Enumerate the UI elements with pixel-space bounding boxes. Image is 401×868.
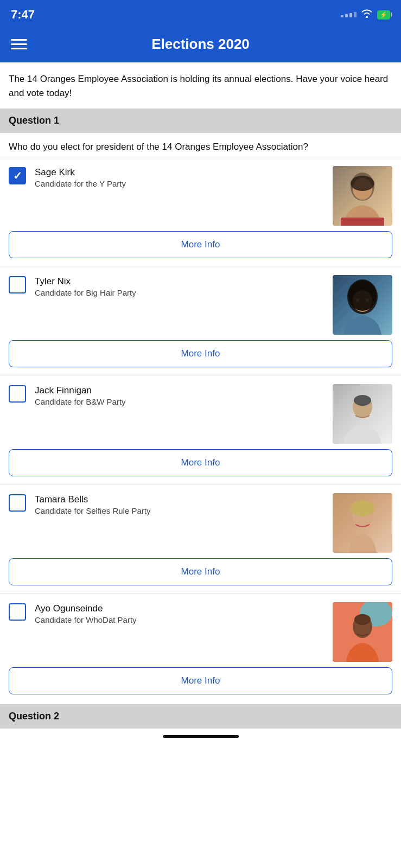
- candidate-item-ayo: Ayo Ogunseinde Candidate for WhoDat Part…: [0, 593, 401, 702]
- checkbox-jack-wrapper: [9, 385, 28, 405]
- question1-body: Who do you elect for president of the 14…: [0, 133, 401, 157]
- candidate-name-tyler: Tyler Nix: [35, 276, 136, 287]
- svg-point-2: [351, 176, 374, 191]
- candidate-item-sage: Sage Kirk Candidate for the Y Party More…: [0, 157, 401, 266]
- candidate-photo-tamara: [333, 493, 392, 553]
- checkbox-tamara[interactable]: [9, 494, 26, 512]
- more-info-button-jack[interactable]: More Info: [9, 449, 392, 476]
- intro-section: The 14 Oranges Employee Association is h…: [0, 62, 401, 108]
- question1-label: Question 1: [9, 115, 59, 126]
- candidate-name-jack: Jack Finnigan: [35, 385, 126, 396]
- candidate-photo-tyler: [333, 275, 392, 335]
- candidate-item-tamara: Tamara Bells Candidate for Selfies Rule …: [0, 484, 401, 593]
- candidate-left-sage: Sage Kirk Candidate for the Y Party: [9, 166, 333, 188]
- svg-rect-3: [341, 218, 384, 226]
- checkbox-tamara-wrapper: [9, 494, 28, 514]
- sage-photo-silhouette: [333, 166, 392, 226]
- checkbox-ayo-wrapper: [9, 603, 28, 623]
- battery-icon: ⚡: [377, 10, 390, 20]
- candidates-list: Sage Kirk Candidate for the Y Party More…: [0, 157, 401, 702]
- candidate-party-sage: Candidate for the Y Party: [35, 179, 126, 188]
- bottom-bar: [0, 729, 401, 744]
- candidate-info-ayo: Ayo Ogunseinde Candidate for WhoDat Part…: [35, 602, 137, 624]
- svg-point-12: [351, 500, 374, 516]
- svg-point-6: [348, 280, 377, 311]
- wifi-icon: [361, 9, 373, 21]
- more-info-button-sage[interactable]: More Info: [9, 231, 392, 258]
- candidate-name-sage: Sage Kirk: [35, 167, 126, 178]
- candidate-info-jack: Jack Finnigan Candidate for B&W Party: [35, 384, 126, 406]
- candidate-row-ayo: Ayo Ogunseinde Candidate for WhoDat Part…: [9, 602, 392, 662]
- status-bar: 7:47 ⚡: [0, 0, 401, 28]
- candidate-party-tamara: Candidate for Selfies Rule Party: [35, 506, 150, 515]
- question1-header: Question 1: [0, 108, 401, 133]
- svg-point-10: [354, 395, 371, 406]
- question2-header: Question 2: [0, 704, 401, 729]
- candidate-photo-ayo: [333, 602, 392, 662]
- candidate-row-sage: Sage Kirk Candidate for the Y Party: [9, 166, 392, 226]
- candidate-name-tamara: Tamara Bells: [35, 494, 150, 505]
- candidate-left-tamara: Tamara Bells Candidate for Selfies Rule …: [9, 493, 333, 515]
- signal-icon: [341, 12, 357, 17]
- question2-label: Question 2: [9, 711, 59, 722]
- candidate-item-jack: Jack Finnigan Candidate for B&W Party Mo…: [0, 375, 401, 484]
- candidate-row-jack: Jack Finnigan Candidate for B&W Party: [9, 384, 392, 444]
- intro-text: The 14 Oranges Employee Association is h…: [9, 72, 392, 100]
- svg-point-16: [354, 614, 371, 625]
- checkbox-sage[interactable]: [9, 167, 26, 184]
- candidate-row-tyler: Tyler Nix Candidate for Big Hair Party: [9, 275, 392, 335]
- candidate-photo-jack: [333, 384, 392, 444]
- candidate-party-tyler: Candidate for Big Hair Party: [35, 288, 136, 297]
- more-info-button-tamara[interactable]: More Info: [9, 558, 392, 585]
- svg-point-8: [366, 298, 369, 302]
- status-time: 7:47: [11, 8, 35, 22]
- more-info-button-ayo[interactable]: More Info: [9, 667, 392, 694]
- status-icons: ⚡: [341, 9, 390, 21]
- candidate-info-tamara: Tamara Bells Candidate for Selfies Rule …: [35, 493, 150, 515]
- candidate-name-ayo: Ayo Ogunseinde: [35, 603, 137, 614]
- question1-text: Who do you elect for president of the 14…: [9, 141, 392, 154]
- candidate-left-jack: Jack Finnigan Candidate for B&W Party: [9, 384, 333, 406]
- candidate-party-ayo: Candidate for WhoDat Party: [35, 615, 137, 624]
- candidate-row-tamara: Tamara Bells Candidate for Selfies Rule …: [9, 493, 392, 553]
- candidate-party-jack: Candidate for B&W Party: [35, 397, 126, 406]
- candidate-info-sage: Sage Kirk Candidate for the Y Party: [35, 166, 126, 188]
- checkbox-jack[interactable]: [9, 385, 26, 403]
- ayo-photo-silhouette: [333, 602, 392, 662]
- candidate-photo-sage: [333, 166, 392, 226]
- checkbox-tyler[interactable]: [9, 276, 26, 293]
- candidate-left-ayo: Ayo Ogunseinde Candidate for WhoDat Part…: [9, 602, 333, 624]
- app-header: Elections 2020: [0, 28, 401, 62]
- candidate-left-tyler: Tyler Nix Candidate for Big Hair Party: [9, 275, 333, 297]
- checkbox-sage-wrapper: [9, 167, 28, 187]
- svg-point-7: [356, 298, 359, 302]
- checkbox-ayo[interactable]: [9, 603, 26, 621]
- tamara-photo-silhouette: [333, 493, 392, 553]
- home-indicator: [163, 735, 239, 738]
- menu-button[interactable]: [11, 39, 27, 49]
- checkbox-tyler-wrapper: [9, 276, 28, 296]
- tyler-photo-silhouette: [333, 275, 392, 335]
- candidate-info-tyler: Tyler Nix Candidate for Big Hair Party: [35, 275, 136, 297]
- jack-photo-silhouette: [333, 384, 392, 444]
- header-title: Elections 2020: [38, 36, 363, 53]
- candidate-item-tyler: Tyler Nix Candidate for Big Hair Party M…: [0, 266, 401, 375]
- more-info-button-tyler[interactable]: More Info: [9, 340, 392, 367]
